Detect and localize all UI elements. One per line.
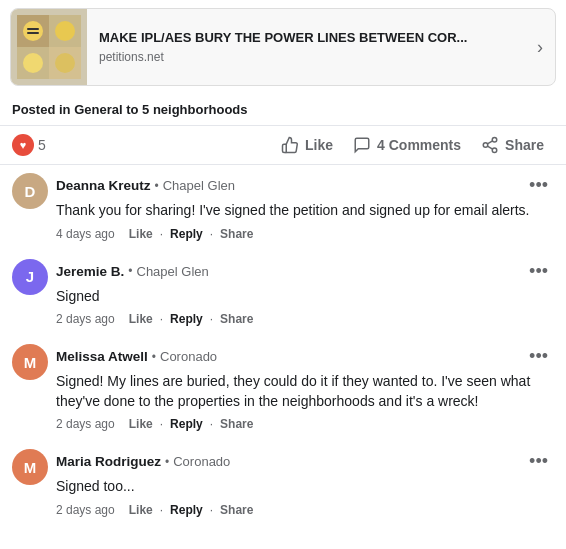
svg-line-13	[488, 141, 493, 144]
action-separator: ·	[210, 503, 213, 517]
comment-location: Chapel Glen	[137, 264, 209, 279]
svg-point-4	[55, 21, 75, 41]
comment-location: Coronado	[160, 349, 217, 364]
svg-point-5	[23, 53, 43, 73]
comment-item: M Melissa Atwell • Coronado ••• Signed! …	[12, 344, 554, 433]
comment-body: Jeremie B. • Chapel Glen ••• Signed 2 da…	[56, 259, 554, 329]
comments-section: D Deanna Kreutz • Chapel Glen ••• Thank …	[0, 165, 566, 543]
like-icon	[281, 136, 299, 154]
comment-time: 2 days ago	[56, 503, 115, 517]
comment-reply-button[interactable]: Reply	[166, 225, 207, 243]
posted-in-bar: Posted in General to 5 neighborhoods	[0, 94, 566, 126]
comment-header: Deanna Kreutz • Chapel Glen •••	[56, 173, 554, 198]
comment-share-button[interactable]: Share	[216, 310, 257, 328]
more-options-icon[interactable]: •••	[523, 449, 554, 474]
link-card-image	[11, 9, 87, 85]
comment-header: Melissa Atwell • Coronado •••	[56, 344, 554, 369]
comment-share-button[interactable]: Share	[216, 501, 257, 519]
action-separator: ·	[210, 312, 213, 326]
action-separator: ·	[160, 227, 163, 241]
link-card-title: MAKE IPL/AES BURY THE POWER LINES BETWEE…	[99, 30, 513, 47]
link-card[interactable]: MAKE IPL/AES BURY THE POWER LINES BETWEE…	[10, 8, 556, 86]
comment-author: Maria Rodriguez	[56, 454, 161, 469]
more-options-icon[interactable]: •••	[523, 173, 554, 198]
action-separator: ·	[210, 417, 213, 431]
comment-body: Melissa Atwell • Coronado ••• Signed! My…	[56, 344, 554, 433]
comment-reply-button[interactable]: Reply	[166, 501, 207, 519]
comment-author: Melissa Atwell	[56, 349, 148, 364]
action-separator: ·	[160, 417, 163, 431]
comment-header: Maria Rodriguez • Coronado •••	[56, 449, 554, 474]
link-card-content: MAKE IPL/AES BURY THE POWER LINES BETWEE…	[87, 22, 525, 73]
comment-icon	[353, 136, 371, 154]
more-options-icon[interactable]: •••	[523, 344, 554, 369]
comment-text: Signed too...	[56, 477, 554, 497]
more-options-icon[interactable]: •••	[523, 259, 554, 284]
comment-location: Chapel Glen	[163, 178, 235, 193]
comment-actions: 2 days ago Like · Reply · Share	[56, 415, 554, 433]
comment-dot: •	[155, 179, 159, 193]
svg-rect-7	[27, 28, 39, 30]
comment-author: Jeremie B.	[56, 264, 124, 279]
avatar: M	[12, 344, 48, 380]
avatar: D	[12, 173, 48, 209]
action-separator: ·	[210, 227, 213, 241]
heart-icon: ♥	[12, 134, 34, 156]
comment-dot: •	[165, 455, 169, 469]
share-icon	[481, 136, 499, 154]
comment-text: Signed	[56, 287, 554, 307]
comment-share-button[interactable]: Share	[216, 225, 257, 243]
avatar: J	[12, 259, 48, 295]
comment-author-info: Jeremie B. • Chapel Glen	[56, 264, 209, 279]
comment-like-button[interactable]: Like	[125, 501, 157, 519]
comment-item: M Maria Rodriguez • Coronado ••• Signed …	[12, 449, 554, 519]
svg-point-9	[492, 138, 497, 143]
comment-share-button[interactable]: Share	[216, 415, 257, 433]
comment-body: Deanna Kreutz • Chapel Glen ••• Thank yo…	[56, 173, 554, 243]
svg-point-10	[483, 143, 488, 148]
action-separator: ·	[160, 312, 163, 326]
comment-location: Coronado	[173, 454, 230, 469]
comment-header: Jeremie B. • Chapel Glen •••	[56, 259, 554, 284]
like-label: Like	[305, 137, 333, 153]
like-button[interactable]: Like	[271, 130, 343, 160]
comment-dot: •	[152, 350, 156, 364]
reaction-number: 5	[38, 137, 46, 153]
svg-line-12	[488, 146, 493, 149]
comment-item: D Deanna Kreutz • Chapel Glen ••• Thank …	[12, 173, 554, 243]
actions-bar: ♥ 5 Like 4 Comments Share	[0, 126, 566, 165]
group-link[interactable]: General	[74, 102, 122, 117]
neighborhoods-link[interactable]: 5 neighborhoods	[142, 102, 247, 117]
link-card-url: petitions.net	[99, 50, 513, 64]
comment-body: Maria Rodriguez • Coronado ••• Signed to…	[56, 449, 554, 519]
comment-author-info: Melissa Atwell • Coronado	[56, 349, 217, 364]
comment-text: Signed! My lines are buried, they could …	[56, 372, 554, 411]
posted-in-prefix: Posted in	[12, 102, 74, 117]
comment-dot: •	[128, 264, 132, 278]
comments-label: 4 Comments	[377, 137, 461, 153]
svg-point-6	[55, 53, 75, 73]
comment-like-button[interactable]: Like	[125, 225, 157, 243]
comment-like-button[interactable]: Like	[125, 310, 157, 328]
chevron-right-icon: ›	[525, 37, 555, 58]
comment-actions: 2 days ago Like · Reply · Share	[56, 310, 554, 328]
comment-actions: 4 days ago Like · Reply · Share	[56, 225, 554, 243]
svg-point-3	[23, 21, 43, 41]
comment-like-button[interactable]: Like	[125, 415, 157, 433]
comment-item: J Jeremie B. • Chapel Glen ••• Signed 2 …	[12, 259, 554, 329]
svg-point-11	[492, 148, 497, 153]
comments-button[interactable]: 4 Comments	[343, 130, 471, 160]
comment-reply-button[interactable]: Reply	[166, 310, 207, 328]
share-button[interactable]: Share	[471, 130, 554, 160]
action-separator: ·	[160, 503, 163, 517]
comment-text: Thank you for sharing! I've signed the p…	[56, 201, 554, 221]
comment-time: 2 days ago	[56, 312, 115, 326]
avatar: M	[12, 449, 48, 485]
comment-time: 4 days ago	[56, 227, 115, 241]
comment-author-info: Deanna Kreutz • Chapel Glen	[56, 178, 235, 193]
share-label: Share	[505, 137, 544, 153]
comment-time: 2 days ago	[56, 417, 115, 431]
comment-actions: 2 days ago Like · Reply · Share	[56, 501, 554, 519]
comment-author: Deanna Kreutz	[56, 178, 151, 193]
comment-reply-button[interactable]: Reply	[166, 415, 207, 433]
